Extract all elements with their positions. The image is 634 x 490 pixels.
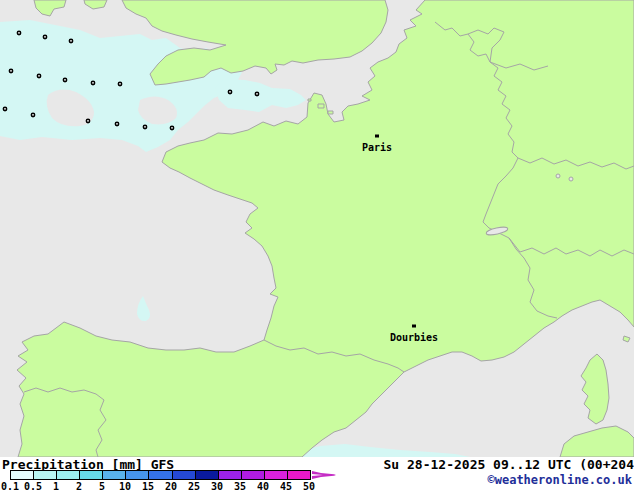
legend-tick-label: 30	[211, 481, 223, 490]
legend-bar: Precipitation [mm] GFS Su 28-12-2025 09.…	[0, 457, 634, 490]
shower-icon	[228, 90, 233, 95]
city-dot-icon	[375, 135, 379, 138]
shower-icon	[63, 78, 68, 83]
shower-icon	[115, 122, 120, 127]
shower-icon	[170, 126, 175, 131]
shower-icon	[118, 82, 123, 87]
legend-tick-label: 35	[234, 481, 246, 490]
map-svg: ParisDourbies	[0, 0, 634, 457]
legend-color-segment	[172, 471, 195, 479]
legend-arrow-shape	[312, 471, 336, 479]
shower-icon	[31, 113, 36, 118]
legend-colorbar	[10, 470, 311, 480]
weather-map-screen: ParisDourbies Precipitation [mm] GFS Su …	[0, 0, 634, 490]
legend-color-segment	[241, 471, 264, 479]
legend-tick-label: 50	[303, 481, 315, 490]
legend-tick-label: 0.5	[24, 481, 42, 490]
legend-color-segment	[264, 471, 287, 479]
city-label: Paris	[362, 142, 392, 153]
legend-tick-label: 45	[280, 481, 292, 490]
city-label: Dourbies	[390, 332, 438, 343]
shower-icon	[91, 81, 96, 86]
shower-icon	[86, 119, 91, 124]
legend-tick-label: 15	[142, 481, 154, 490]
legend-arrow-icon	[312, 470, 336, 480]
legend-tick-label: 10	[119, 481, 131, 490]
legend-color-segment	[102, 471, 125, 479]
legend-color-segment	[79, 471, 102, 479]
legend-tick-label: 2	[76, 481, 82, 490]
shower-icon	[3, 107, 8, 112]
legend-color-segment	[33, 471, 56, 479]
legend-tick-label: 25	[188, 481, 200, 490]
legend-color-segment	[11, 471, 33, 479]
legend-color-segment	[195, 471, 218, 479]
lake-neuchatel	[556, 174, 560, 178]
lake-constance	[569, 177, 573, 181]
legend-tick-label: 5	[99, 481, 105, 490]
city-dot-icon	[412, 325, 416, 328]
legend-color-segment	[56, 471, 79, 479]
shower-icon	[143, 125, 148, 130]
legend-tick-label: 40	[257, 481, 269, 490]
legend-ticks: 0.10.5125101520253035404550	[10, 481, 320, 490]
legend-tick-label: 0.1	[1, 481, 19, 490]
map-area: ParisDourbies	[0, 0, 634, 457]
shower-icon	[43, 35, 48, 40]
shower-icon	[37, 74, 42, 79]
legend-color-segment	[218, 471, 241, 479]
shower-icon	[9, 69, 14, 74]
legend-color-segment	[148, 471, 171, 479]
forecast-datetime: Su 28-12-2025 09..12 UTC (00+204	[384, 457, 634, 472]
legend-color-segment	[125, 471, 148, 479]
legend-tick-label: 1	[53, 481, 59, 490]
legend-tick-label: 20	[165, 481, 177, 490]
legend-color-segment	[287, 471, 310, 479]
shower-icon	[255, 92, 260, 97]
shower-icon	[17, 31, 22, 36]
copyright-text: ©weatheronline.co.uk	[488, 473, 633, 487]
shower-icon	[69, 39, 74, 44]
